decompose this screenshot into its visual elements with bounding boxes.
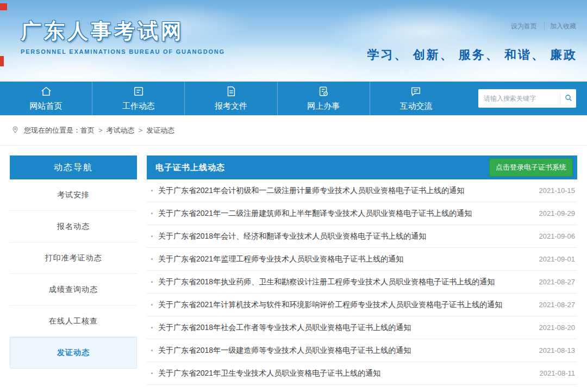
site-subtitle: PERSONNEL EXAMINATIONS BUREAU OF GUANGDO… — [21, 48, 225, 55]
location-icon — [11, 125, 24, 135]
nav-item-label: 互动交流 — [399, 101, 432, 111]
search-icon — [564, 94, 573, 104]
sidebar-item-registration-news[interactable]: 报名动态 — [10, 211, 137, 242]
bullet-dot — [151, 258, 153, 260]
online-service-icon — [317, 85, 329, 99]
nav-item-label: 报考文件 — [215, 101, 247, 111]
notice-row: 关于广东省2021年会计初级和一二级注册计量师专业技术人员职业资格电子证书上线的… — [147, 179, 577, 202]
notice-row: 关于广东省2018年执业药师、卫生和勘察设计注册工程师专业技术人员职业资格电子证… — [147, 271, 577, 294]
breadcrumb-prefix: 您现在的位置是： — [24, 126, 80, 135]
notice-row: 关于广东省2018年社会工作者等专业技术人员职业资格电子证书上线的通知 2021… — [147, 316, 577, 339]
breadcrumb-home[interactable]: 首页 — [80, 126, 95, 135]
bullet-dot — [151, 190, 153, 191]
content: 动态导航 考试安排 报名动态 打印准考证动态 成绩查询动态 在线人工核查 发证动… — [0, 146, 587, 392]
breadcrumb-exam-news[interactable]: 考试动态 — [107, 126, 135, 135]
sidebar-title: 动态导航 — [10, 155, 137, 179]
header-top-links: 设为首页 加入收藏 — [511, 22, 576, 31]
notice-link[interactable]: 关于广东省2021年计算机技术与软件和环境影响评价工程师专业技术人员职业资格电子… — [158, 300, 502, 310]
red-mark — [0, 56, 4, 66]
nav-item-label: 网上办事 — [307, 101, 340, 111]
news-icon — [133, 85, 145, 99]
nav-item-work-news[interactable]: 工作动态 — [92, 82, 184, 115]
set-homepage-link[interactable]: 设为首页 — [511, 22, 537, 30]
sidebar-item-manual-verification[interactable]: 在线人工核查 — [10, 306, 137, 337]
notice-date: 2021-10-15 — [532, 186, 576, 195]
site-title: 广东人事考试网 — [21, 17, 225, 45]
nav-items: 网站首页 工作动态 报考文件 网上办事 — [0, 82, 462, 115]
document-icon — [225, 85, 237, 99]
sidebar-item-score-query[interactable]: 成绩查询动态 — [10, 274, 137, 306]
notice-link[interactable]: 关于广东省2021年一二级注册建筑师和上半年翻译专业技术人员职业资格电子证书上线… — [158, 209, 472, 219]
notice-link[interactable]: 关于广东省2018年社会工作者等专业技术人员职业资格电子证书上线的通知 — [158, 323, 411, 333]
certificate-login-button[interactable]: 点击登录电子证书系统 — [489, 158, 573, 177]
nav-item-label: 工作动态 — [122, 101, 155, 111]
breadcrumb-separator: > — [98, 126, 103, 134]
nav-item-interaction[interactable]: 互动交流 — [370, 82, 462, 115]
breadcrumb: 您现在的位置是： 首页 > 考试动态 > 发证动态 — [0, 115, 587, 146]
bullet-dot — [151, 372, 153, 374]
red-mark — [0, 3, 7, 10]
bullet-dot — [151, 304, 153, 306]
notice-link[interactable]: 关于广东省2018年会计、经济和翻译专业技术人员职业资格电子证书上线的通知 — [158, 232, 426, 241]
breadcrumb-certificate-news[interactable]: 发证动态 — [146, 126, 174, 135]
breadcrumb-separator: > — [139, 126, 143, 134]
nav-item-home[interactable]: 网站首页 — [0, 82, 92, 115]
notice-row: 关于广东省2018年会计、经济和翻译专业技术人员职业资格电子证书上线的通知 20… — [147, 225, 577, 248]
notice-date: 2021-09-29 — [532, 209, 576, 217]
nav-item-label: 网站首页 — [30, 101, 63, 111]
bullet-dot — [151, 213, 153, 214]
notice-date: 2021-08-13 — [532, 346, 576, 354]
sidebar-item-admission-ticket[interactable]: 打印准考证动态 — [10, 242, 137, 274]
nav-item-exam-documents[interactable]: 报考文件 — [184, 82, 277, 115]
notice-date: 2021-08-27 — [532, 301, 576, 309]
page: 广东人事考试网 PERSONNEL EXAMINATIONS BUREAU OF… — [0, 0, 587, 392]
notice-date: 2021-09-01 — [532, 255, 576, 263]
notice-date: 2021-08-11 — [532, 369, 575, 377]
notice-date: 2021-08-20 — [532, 323, 576, 332]
main-panel: 电子证书上线动态 点击登录电子证书系统 关于广东省2021年会计初级和一二级注册… — [147, 155, 577, 385]
nav-item-online-services[interactable]: 网上办事 — [277, 82, 370, 115]
sidebar-item-certificate-issuance[interactable]: 发证动态 — [10, 337, 137, 369]
notice-row: 关于广东省2018年一级建造师等专业技术人员职业资格电子证书上线的通知 2021… — [147, 339, 577, 362]
bullet-dot — [151, 327, 153, 328]
notice-link[interactable]: 关于广东省2021年监理工程师专业技术人员职业资格电子证书上线的通知 — [158, 254, 403, 264]
site-logo: 广东人事考试网 PERSONNEL EXAMINATIONS BUREAU OF… — [21, 17, 225, 55]
notice-link[interactable]: 关于广东省2021年卫生专业技术人员职业资格电子证书上线的通知 — [158, 369, 380, 378]
bullet-dot — [151, 281, 153, 283]
sidebar-item-exam-schedule[interactable]: 考试安排 — [10, 179, 137, 211]
panel-header: 电子证书上线动态 点击登录电子证书系统 — [147, 155, 577, 179]
notice-row: 关于广东省2021年监理工程师专业技术人员职业资格电子证书上线的通知 2021-… — [147, 248, 577, 271]
notice-date: 2021-09-06 — [532, 232, 576, 240]
notice-row: 关于广东省2021年一二级注册建筑师和上半年翻译专业技术人员职业资格电子证书上线… — [147, 202, 577, 225]
notice-link[interactable]: 关于广东省2021年会计初级和一二级注册计量师专业技术人员职业资格电子证书上线的… — [158, 186, 464, 196]
add-favorite-link[interactable]: 加入收藏 — [544, 22, 576, 30]
site-header: 广东人事考试网 PERSONNEL EXAMINATIONS BUREAU OF… — [0, 0, 587, 82]
notice-row: 关于广东省2021年计算机技术与软件和环境影响评价工程师专业技术人员职业资格电子… — [147, 294, 577, 316]
search-input[interactable] — [484, 95, 560, 102]
notice-link[interactable]: 关于广东省2018年执业药师、卫生和勘察设计注册工程师专业技术人员职业资格电子证… — [158, 277, 495, 287]
chat-icon — [410, 85, 422, 99]
bullet-dot — [151, 350, 153, 351]
search-box — [478, 89, 576, 108]
notice-link[interactable]: 关于广东省2018年一级建造师等专业技术人员职业资格电子证书上线的通知 — [158, 346, 411, 356]
search-button[interactable] — [560, 93, 573, 104]
notice-date: 2021-08-27 — [532, 278, 576, 286]
main-nav: 网站首页 工作动态 报考文件 网上办事 — [0, 82, 587, 115]
slogan: 学习、 创新、 服务、 和谐、 廉政 — [367, 47, 577, 63]
notice-row: 关于广东省2021年卫生专业技术人员职业资格电子证书上线的通知 2021-08-… — [147, 362, 577, 385]
panel-title: 电子证书上线动态 — [155, 163, 225, 173]
bullet-dot — [151, 235, 153, 237]
home-icon — [40, 85, 52, 99]
sidebar: 动态导航 考试安排 报名动态 打印准考证动态 成绩查询动态 在线人工核查 发证动… — [10, 155, 137, 385]
